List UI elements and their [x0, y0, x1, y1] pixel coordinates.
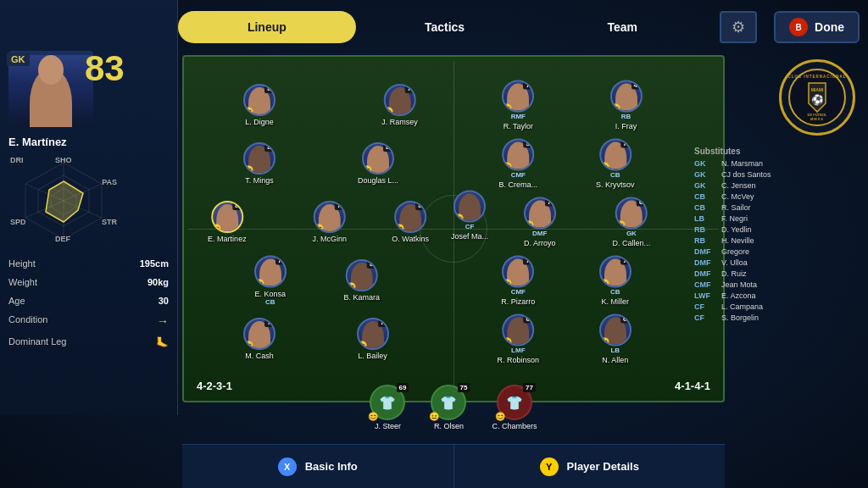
substitute-row[interactable]: CBR. Sailor	[694, 203, 864, 212]
substitute-row[interactable]: CFS. Borgelin	[694, 313, 864, 322]
substitute-row[interactable]: LBF. Negri	[694, 214, 864, 223]
pitch-player[interactable]: 78 😊 E. Konsa CB	[254, 255, 287, 305]
player-rating-badge: 74	[620, 138, 632, 147]
basic-info-button[interactable]: X Basic Info	[182, 445, 454, 488]
substitute-row[interactable]: CFL. Campana	[694, 302, 864, 311]
player-name-label: I. Fray	[615, 121, 637, 130]
player-avatar-douglas[interactable]: 81 😊	[362, 142, 394, 175]
sub-player-chambers[interactable]: 👕 77 😊 C. Chambers	[492, 385, 537, 430]
player-rating-badge: 70	[523, 80, 534, 89]
tab-team[interactable]: Team	[533, 11, 711, 43]
pitch-player[interactable]: 74 😊 CMF R. Pizarro	[501, 255, 535, 305]
substitute-row[interactable]: LWFE. Azcona	[694, 291, 864, 300]
sub-position: LB	[694, 214, 718, 223]
player-rating-badge: 78	[264, 318, 275, 327]
pitch-player[interactable]: 78 😊 M. Cash	[243, 318, 275, 360]
settings-button[interactable]: ⚙	[720, 11, 757, 43]
pitch-player[interactable]: 61 😊 LMF R. Robinson	[498, 313, 540, 363]
tab-tactics[interactable]: Tactics	[356, 11, 534, 43]
sub-player-olsen[interactable]: 👕 75 😐 R. Olsen	[431, 385, 466, 430]
pitch-player[interactable]: 70 😊 RMF R. Taylor	[502, 80, 534, 130]
player-avatar-mcginn[interactable]: 74 😊	[314, 201, 346, 233]
player-avatar-cash[interactable]: 78 😊	[243, 318, 275, 350]
pitch-player[interactable]: 81 😊 Douglas L...	[358, 142, 398, 185]
substitute-row[interactable]: GKN. Marsman	[694, 159, 864, 168]
player-name-label: N. Allen	[602, 355, 628, 363]
stat-label-str: STR	[102, 218, 117, 226]
pitch-player[interactable]: 80 😊 L. Digne	[243, 84, 275, 126]
height-value: 195cm	[140, 258, 169, 269]
player-avatar-allen[interactable]: 64 😊	[599, 313, 632, 346]
player-avatar-martinez[interactable]: 83 😊	[211, 201, 243, 233]
player-rating-badge: 71	[545, 197, 556, 206]
sub-player-steer[interactable]: 👕 69 😊 J. Steer	[370, 385, 405, 430]
player-name-label: R. Pizarro	[501, 297, 535, 305]
player-avatar-ramsey[interactable]: 78 😐	[383, 84, 415, 116]
pitch-player[interactable]: 😊 CF Josef Ma...	[451, 190, 488, 240]
pitch-player[interactable]: 79 😐 L. Bailey	[357, 318, 389, 360]
pitch-player[interactable]: 69 😊 GK D. Callen...	[613, 197, 651, 247]
player-avatar-robinson[interactable]: 61 😊	[502, 313, 534, 346]
pitch-player[interactable]: 74 😐 CB S. Kryvtsov	[596, 138, 635, 188]
player-avatar-mings[interactable]: 80 😊	[243, 142, 275, 175]
pitch-player[interactable]: 74 😊 J. McGinn	[312, 201, 347, 243]
player-avatar-josef[interactable]: 😊	[453, 190, 486, 222]
svg-text:⚽: ⚽	[811, 93, 824, 106]
player-name-label: B. Kamara	[344, 293, 381, 302]
substitute-row[interactable]: CMFJean Mota	[694, 280, 864, 289]
substitute-row[interactable]: RBH. Neville	[694, 236, 864, 245]
pitch-player[interactable]: 80 😊 B. Kamara	[344, 259, 381, 302]
player-emoji: 😊	[394, 224, 404, 233]
player-name-label: M. Cash	[245, 352, 274, 360]
player-rating-badge: 78	[275, 255, 287, 264]
pitch-player[interactable]: 78 😐 J. Ramsey	[381, 84, 418, 126]
player-avatar-crema[interactable]: 59 😊	[502, 138, 534, 170]
player-avatar-taylor[interactable]: 70 😊	[502, 80, 534, 112]
pitch-player[interactable]: 64 😊 LB N. Allen	[599, 313, 632, 363]
player-rating-badge: 80	[264, 84, 275, 93]
player-avatar-pizarro[interactable]: 74 😊	[502, 255, 534, 287]
player-details-button[interactable]: Y Player Details	[454, 445, 726, 488]
player-avatar-konsa[interactable]: 78 😊	[254, 255, 287, 287]
player-avatar-kryvtsov[interactable]: 74 😐	[599, 138, 632, 170]
substitute-row[interactable]: DMFD. Ruiz	[694, 269, 864, 278]
player-avatar-fray[interactable]: 45 😊	[610, 80, 643, 112]
pitch-player[interactable]: 80 😊 T. Mings	[243, 142, 275, 185]
player-avatar-bailey[interactable]: 79 😐	[357, 318, 389, 350]
player-details-label: Player Details	[567, 460, 639, 473]
substitute-row[interactable]: GKC. Jensen	[694, 181, 864, 190]
pitch-player-selected[interactable]: 83 😊 E. Martinez	[208, 201, 247, 243]
player-avatar-arroyo[interactable]: 71 😊	[524, 197, 556, 229]
player-emoji: 😊	[502, 278, 512, 287]
sub-player-name: C. McVey	[721, 192, 754, 201]
player-avatar-watkins[interactable]: 81 😊	[394, 201, 426, 233]
age-label: Age	[8, 296, 25, 306]
player-avatar-callen[interactable]: 69 😊	[615, 197, 648, 229]
player-avatar-miller[interactable]: 74 😐	[599, 255, 632, 287]
player-rating-badge: 61	[523, 313, 534, 323]
player-name-label: Josef Ma...	[451, 231, 488, 240]
substitute-row[interactable]: DMFGregore	[694, 247, 864, 256]
done-button[interactable]: B Done	[774, 11, 860, 43]
substitute-row[interactable]: DMFV. Ulloa	[694, 258, 864, 267]
stat-label-sho: SHO	[55, 156, 72, 164]
player-avatar-kamara[interactable]: 80 😊	[346, 259, 378, 291]
substitute-row[interactable]: RBD. Yedlin	[694, 225, 864, 234]
substitute-row[interactable]: CBC. McVey	[694, 192, 864, 201]
pitch-player[interactable]: 81 😊 O. Watkins	[392, 201, 429, 243]
tab-lineup[interactable]: Lineup	[178, 11, 356, 43]
pitch-player[interactable]: 74 😐 CB K. Miller	[599, 255, 632, 305]
player-rating-badge: 64	[620, 313, 632, 323]
player-avatar-digne[interactable]: 80 😊	[243, 84, 275, 116]
player-pos-label: CB	[610, 170, 620, 178]
bottom-actions: X Basic Info Y Player Details	[182, 444, 725, 488]
pitch-player[interactable]: 59 😊 CMF B. Crema...	[499, 138, 538, 188]
player-name-label: B. Crema...	[499, 180, 538, 188]
pitch-player[interactable]: 71 😊 DMF D. Arroyo	[524, 197, 556, 247]
pitch-player[interactable]: 45 😊 RB I. Fray	[610, 80, 643, 130]
sub-position: GK	[694, 170, 718, 179]
sub-player-name: CJ dos Santos	[721, 170, 771, 179]
sub-player-name: Gregore	[721, 247, 749, 256]
player-name-label: J. McGinn	[312, 235, 347, 243]
substitute-row[interactable]: GKCJ dos Santos	[694, 170, 864, 179]
